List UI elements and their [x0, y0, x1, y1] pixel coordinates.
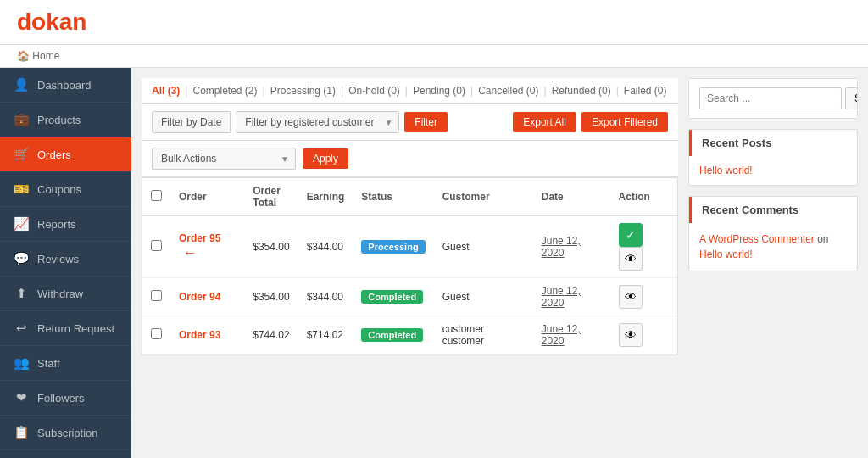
customer: Guest [434, 278, 533, 316]
tab-separator: | [185, 85, 187, 97]
filter-by-customer-select[interactable]: Filter by registered customer [236, 111, 399, 133]
tab-1[interactable]: Completed (2) [192, 85, 257, 97]
filter-by-customer-wrap: Filter by registered customer [236, 111, 399, 133]
sidebar-item-label: Return Request [37, 322, 114, 335]
sidebar-item-label: Subscription [37, 427, 98, 439]
sidebar-item-label: Products [37, 114, 81, 126]
sidebar-item-label: Reports [37, 218, 76, 231]
apply-btn[interactable]: Apply [303, 148, 348, 169]
logo-okan: okan [31, 8, 86, 35]
search-widget: Search [688, 78, 858, 119]
tab-7[interactable]: Failed (0) [624, 85, 667, 97]
order-link[interactable]: Order 95 [179, 232, 220, 244]
sidebar-item-label: Orders [37, 148, 71, 161]
subscription-icon: 📋 [14, 425, 29, 440]
row-checkbox[interactable] [151, 328, 162, 339]
table-row: Order 93$744.02$714.02Completedcustomer … [142, 316, 677, 355]
approve-action-btn[interactable]: ✓ [619, 223, 643, 247]
sidebar-item-subscription[interactable]: 📋 Subscription [0, 416, 131, 450]
bulk-actions-wrap: Bulk Actions [152, 148, 296, 170]
sidebar-item-reports[interactable]: 📈 Reports [0, 207, 131, 242]
search-btn[interactable]: Search [845, 87, 858, 109]
earning: $344.00 [298, 216, 353, 278]
row-checkbox[interactable] [151, 240, 162, 251]
content-area: All (3) | Completed (2) | Processing (1)… [131, 68, 868, 458]
coupons-icon: 🎫 [14, 182, 29, 197]
sidebar-item-reviews[interactable]: 💬 Reviews [0, 242, 131, 276]
reviews-icon: 💬 [14, 251, 29, 266]
recent-posts-body: Hello world! [689, 156, 857, 185]
sidebar-item-dashboard[interactable]: 👤 Dashboard [0, 68, 131, 103]
sidebar-item-return-request[interactable]: ↩ Return Request [0, 311, 131, 346]
orders-table-wrap: OrderOrderTotalEarningStatusCustomerDate… [142, 177, 678, 355]
sidebar-item-label: Coupons [37, 183, 81, 196]
col-action: Action [610, 178, 677, 216]
table-row: Order 95←$354.00$344.00ProcessingGuestJu… [142, 216, 677, 278]
orders-tabs: All (3) | Completed (2) | Processing (1)… [142, 78, 678, 104]
customer: customer customer [434, 316, 533, 355]
filter-bar: Filter by Date Filter by registered cust… [142, 104, 678, 141]
tab-3[interactable]: On-hold (0) [348, 85, 400, 97]
filter-by-date-btn[interactable]: Filter by Date [152, 111, 231, 133]
table-row: Order 94$354.00$344.00CompletedGuestJune… [142, 278, 677, 316]
withdraw-icon: ⬆ [14, 286, 29, 301]
main-layout: 👤 Dashboard 💼 Products 🛒 Orders 🎫 Coupon… [0, 68, 868, 458]
tab-5[interactable]: Cancelled (0) [478, 85, 538, 97]
recent-post-link[interactable]: Hello world! [699, 165, 847, 176]
recent-comments-title: Recent Comments [689, 197, 857, 223]
breadcrumb: 🏠 Home [0, 45, 868, 68]
earning: $714.02 [298, 316, 353, 355]
orders-main: All (3) | Completed (2) | Processing (1)… [142, 78, 678, 448]
tab-separator: | [470, 85, 473, 97]
sidebar-item-label: Dashboard [37, 79, 92, 92]
select-all-checkbox[interactable] [151, 190, 162, 201]
export-all-btn[interactable]: Export All [513, 112, 576, 132]
sidebar-item-label: Withdraw [37, 288, 83, 300]
sidebar-item-followers[interactable]: ❤ Followers [0, 381, 131, 416]
view-action-btn[interactable]: 👁 [619, 323, 643, 347]
comment-post-link[interactable]: Hello world! [699, 249, 753, 260]
order-total: $744.02 [244, 316, 298, 355]
order-link[interactable]: Order 94 [179, 291, 220, 303]
order-total: $354.00 [244, 216, 298, 278]
sidebar-item-label: Reviews [37, 253, 79, 265]
view-action-btn[interactable]: 👁 [619, 247, 643, 271]
sidebar-item-products[interactable]: 💼 Products [0, 103, 131, 137]
view-action-btn[interactable]: 👁 [619, 285, 643, 309]
col-status: Status [353, 178, 433, 216]
comment-author-link[interactable]: A WordPress Commenter [699, 233, 815, 245]
status-badge: Completed [361, 290, 423, 304]
order-link[interactable]: Order 93 [179, 329, 220, 341]
top-header: dokan [0, 0, 868, 45]
search-input[interactable] [699, 87, 842, 109]
tab-separator: | [263, 85, 265, 97]
logo-d: d [17, 8, 31, 35]
status-badge: Processing [361, 240, 425, 254]
order-total: $354.00 [244, 278, 298, 316]
tab-separator: | [405, 85, 408, 97]
date: June 12, 2020 [533, 278, 610, 316]
tab-separator: | [544, 85, 547, 97]
tab-separator: | [341, 85, 343, 97]
tab-2[interactable]: Processing (1) [270, 85, 336, 97]
date: June 12, 2020 [533, 216, 610, 278]
col-order: Order [170, 178, 244, 216]
dashboard-icon: 👤 [14, 77, 29, 92]
sidebar-item-orders[interactable]: 🛒 Orders [0, 137, 131, 172]
reports-icon: 📈 [14, 216, 29, 232]
sidebar-item-withdraw[interactable]: ⬆ Withdraw [0, 276, 131, 311]
sidebar-item-coupons[interactable]: 🎫 Coupons [0, 172, 131, 207]
sidebar-item-staff[interactable]: 👥 Staff [0, 346, 131, 381]
tab-6[interactable]: Refunded (0) [552, 85, 611, 97]
recent-comments-body: A WordPress Commenter on Hello world! [689, 223, 857, 271]
bulk-actions-select[interactable]: Bulk Actions [152, 148, 296, 170]
staff-icon: 👥 [14, 355, 29, 371]
tab-4[interactable]: Pending (0) [413, 85, 465, 97]
sidebar: 👤 Dashboard 💼 Products 🛒 Orders 🎫 Coupon… [0, 68, 131, 458]
products-icon: 💼 [14, 112, 29, 127]
tab-0[interactable]: All (3) [152, 85, 180, 97]
home-link[interactable]: 🏠 Home [17, 50, 59, 62]
row-checkbox[interactable] [151, 290, 162, 301]
export-filtered-btn[interactable]: Export Filtered [581, 112, 668, 132]
filter-btn[interactable]: Filter [404, 112, 448, 132]
